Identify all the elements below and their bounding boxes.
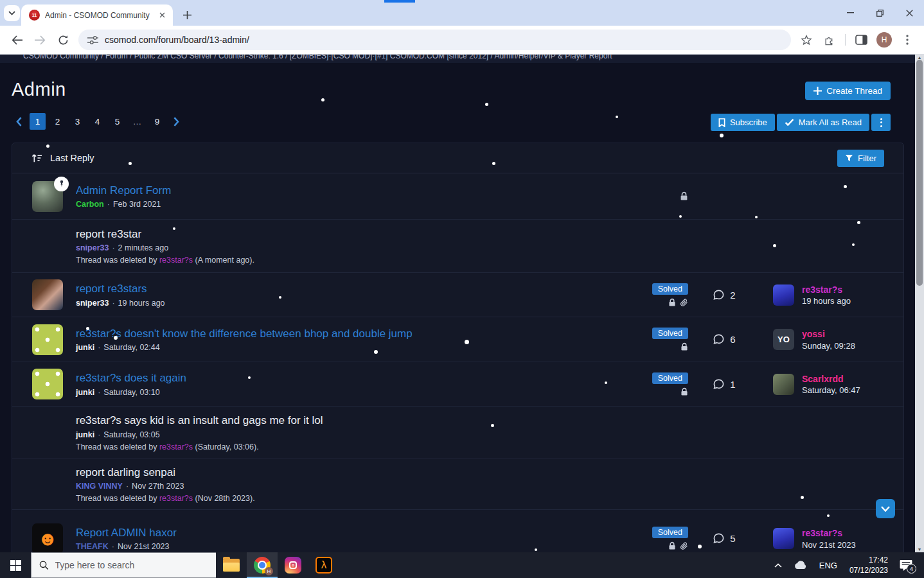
subscribe-button[interactable]: Subscribe	[711, 114, 775, 131]
side-panel-button[interactable]	[851, 30, 871, 50]
paperclip-icon	[680, 298, 688, 307]
replies-icon	[713, 532, 725, 545]
replies-icon	[713, 289, 725, 301]
last-reply-avatar[interactable]	[773, 285, 794, 306]
thread-author-link[interactable]: junki	[76, 343, 94, 352]
scroll-to-bottom-button[interactable]	[876, 499, 895, 518]
thread-title-link[interactable]: report re3stars	[76, 282, 617, 297]
thread-title[interactable]: report re3star	[76, 227, 617, 242]
taskbar-search[interactable]	[31, 552, 216, 578]
deleted-by-user-link[interactable]: re3star?s	[159, 256, 193, 265]
deleted-by-user-link[interactable]: re3star?s	[159, 494, 193, 503]
forward-button[interactable]	[30, 30, 50, 50]
pagination-page-5[interactable]: 5	[109, 113, 125, 130]
tab-close-button[interactable]	[156, 10, 168, 21]
last-reply-time-link[interactable]: Nov 21st 2023	[802, 540, 856, 550]
close-icon	[159, 12, 165, 18]
last-reply-avatar[interactable]	[773, 528, 794, 549]
scrollbar-thumb[interactable]	[916, 60, 923, 286]
pagination-next-button[interactable]	[169, 113, 183, 130]
url-bar[interactable]: csomod.com/forum/board/13-admin/	[78, 30, 791, 50]
thread-date: Saturday, 02:44	[103, 343, 159, 352]
thread-author-link[interactable]: Carbon	[76, 200, 104, 209]
star-icon	[801, 35, 812, 46]
thread-author-link[interactable]: sniper33	[76, 299, 109, 308]
puzzle-icon	[824, 34, 835, 46]
window-close-button[interactable]	[894, 0, 924, 26]
taskbar-half-life[interactable]: λ	[308, 552, 339, 578]
sort-by-last-reply-button[interactable]: Last Reply	[31, 153, 94, 163]
new-tab-button[interactable]	[179, 6, 195, 23]
create-thread-button[interactable]: Create Thread	[805, 82, 891, 100]
tray-show-hidden-icons[interactable]	[770, 552, 786, 578]
vertical-scrollbar[interactable]: ▲ ▼	[915, 55, 924, 552]
windows-logo-icon	[10, 560, 21, 571]
site-settings-icon[interactable]	[87, 35, 98, 45]
back-button[interactable]	[6, 30, 27, 50]
reload-button[interactable]	[53, 30, 73, 50]
filter-button[interactable]: Filter	[837, 150, 884, 167]
mark-all-read-button[interactable]: Mark All as Read	[777, 114, 869, 131]
thread-title-link[interactable]: Report ADMIN haxor	[76, 526, 617, 541]
breadcrumb[interactable]: CSOMOD Community / Forum / Public ZM CSO…	[23, 55, 915, 60]
solved-badge: Solved	[652, 328, 688, 339]
thread-author-link[interactable]: THEAFK	[76, 542, 109, 551]
thread-author-link[interactable]: junki	[76, 430, 94, 439]
bookmark-icon	[718, 118, 725, 127]
thread-title-link[interactable]: re3star?s does it again	[76, 371, 617, 386]
chevron-left-icon	[16, 117, 22, 127]
thread-author-avatar[interactable]	[32, 181, 63, 212]
chrome-profile-badge: H	[265, 567, 273, 575]
taskbar-file-explorer[interactable]	[216, 552, 247, 578]
thread-author-avatar[interactable]	[32, 369, 63, 399]
last-reply-user-link[interactable]: re3star?s	[802, 527, 856, 540]
last-reply-avatar[interactable]	[773, 374, 794, 395]
last-reply-user-link[interactable]: yossi	[802, 328, 855, 341]
last-reply-time-link[interactable]: Sunday, 09:28	[802, 341, 855, 351]
pagination-page-4[interactable]: 4	[89, 113, 105, 130]
pagination-page-9[interactable]: 9	[149, 113, 165, 130]
scrollbar-down-arrow[interactable]: ▼	[915, 547, 924, 552]
thread-author-link[interactable]: KING VINNY	[76, 482, 123, 491]
profile-avatar[interactable]: H	[876, 32, 892, 48]
thread-row: ☻ Report ADMIN haxor THEAFK·Nov 21st 202…	[12, 510, 903, 552]
last-reply-avatar[interactable]: YO	[773, 329, 794, 350]
board-options-button[interactable]	[871, 114, 891, 131]
thread-author-link[interactable]: junki	[76, 388, 94, 397]
taskbar-chrome[interactable]: H	[247, 552, 278, 578]
bookmark-star-button[interactable]	[796, 30, 817, 50]
thread-title[interactable]: report darling senpai	[76, 466, 617, 480]
window-minimize-button[interactable]	[835, 0, 865, 26]
extensions-button[interactable]	[819, 30, 840, 50]
last-reply-time-link[interactable]: Saturday, 06:47	[802, 385, 860, 395]
deleted-by-user-link[interactable]: re3star?s	[159, 442, 193, 451]
tray-language[interactable]: ENG	[815, 552, 842, 578]
pagination-page-2[interactable]: 2	[49, 113, 66, 130]
thread-row-deleted: report re3star sniper33·2 minutes ago Th…	[12, 220, 903, 273]
pagination-prev-button[interactable]	[12, 113, 26, 130]
tray-action-center[interactable]: 4	[896, 552, 920, 578]
tab-search-button[interactable]	[4, 5, 20, 21]
replies-icon	[713, 378, 725, 390]
kebab-menu-icon	[906, 35, 909, 45]
tray-onedrive[interactable]	[789, 552, 812, 578]
pagination-page-1[interactable]: 1	[30, 113, 46, 130]
taskbar-instagram[interactable]	[278, 552, 308, 578]
search-input[interactable]	[55, 560, 208, 570]
browser-tab[interactable]: 11 Admin - CSOMOD Community	[21, 4, 173, 26]
thread-title[interactable]: re3star?s says kid is an insult and gags…	[76, 414, 617, 428]
thread-author-link[interactable]: sniper33	[76, 243, 109, 252]
pagination-page-3[interactable]: 3	[69, 113, 85, 130]
start-button[interactable]	[0, 552, 31, 578]
last-reply-user-link[interactable]: Scarlxrdd	[802, 373, 860, 386]
browser-menu-button[interactable]	[897, 30, 918, 50]
tray-clock[interactable]: 17:42 07/12/2023	[844, 555, 893, 575]
last-reply-user-link[interactable]: re3star?s	[802, 284, 851, 297]
thread-author-avatar[interactable]	[32, 324, 63, 355]
thread-author-avatar[interactable]: ☻	[32, 523, 63, 553]
window-restore-button[interactable]	[865, 0, 894, 26]
thread-title-link[interactable]: Admin Report Form	[76, 184, 617, 198]
last-reply-time-link[interactable]: 19 hours ago	[802, 296, 851, 306]
thread-title-link[interactable]: re3star?s doesn't know the difference be…	[76, 327, 617, 342]
thread-author-avatar[interactable]	[32, 279, 63, 310]
